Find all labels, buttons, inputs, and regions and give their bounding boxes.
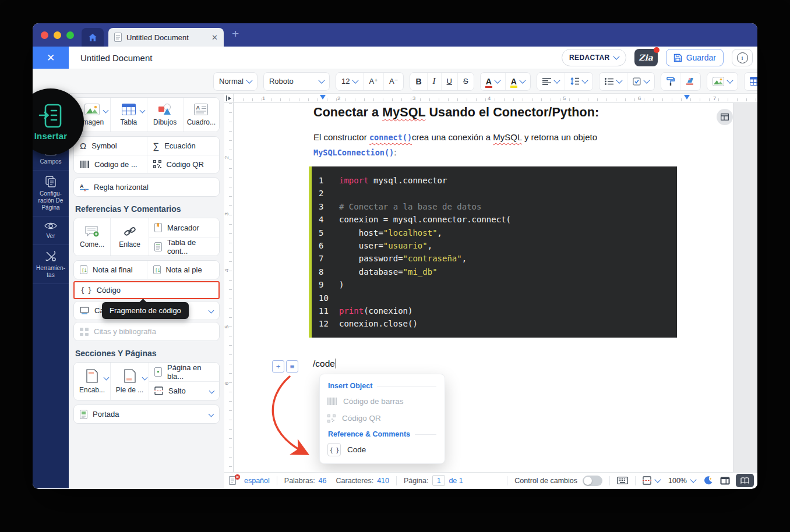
insert-footer-tile[interactable]: Pie de ... xyxy=(110,363,149,400)
cover-page-icon xyxy=(80,410,87,419)
document-tab[interactable]: Untitled Document ✕ xyxy=(108,28,224,47)
bold-button[interactable]: B xyxy=(410,73,426,90)
insert-bookmark-item[interactable]: Marcador xyxy=(149,218,219,237)
h-ruler[interactable]: 1234567 xyxy=(234,94,757,103)
format-painter-button[interactable] xyxy=(661,73,680,90)
strikethrough-button[interactable]: S xyxy=(457,73,474,90)
insert-code-item[interactable]: { } Código xyxy=(73,281,220,299)
chevron-down-icon[interactable] xyxy=(103,108,109,114)
checklist-dropdown[interactable] xyxy=(627,73,654,90)
decrease-font-button[interactable]: A⁻ xyxy=(383,73,404,90)
insert-toc-item[interactable]: Tabla de cont... xyxy=(149,237,219,256)
code-snippet-block[interactable]: 1import mysql.connector23# Conectar a la… xyxy=(309,166,677,338)
font-size-dropdown[interactable]: 12 xyxy=(336,73,363,90)
window-controls xyxy=(41,31,74,39)
svg-text:A: A xyxy=(84,189,86,191)
increase-font-button[interactable]: A⁺ xyxy=(363,73,383,90)
insert-header-tile[interactable]: Encab... xyxy=(74,363,110,400)
drag-block-icon[interactable]: ≡ xyxy=(286,360,298,373)
save-button[interactable]: Guardar xyxy=(666,49,724,66)
chevron-down-icon[interactable] xyxy=(209,308,214,314)
chevron-down-icon[interactable] xyxy=(139,108,145,114)
line-spacing-dropdown[interactable] xyxy=(565,73,592,90)
clear-format-button[interactable] xyxy=(680,73,700,90)
mode-dropdown[interactable]: REDACTAR xyxy=(562,49,626,66)
paragraph-style-dropdown[interactable]: Normal xyxy=(214,73,257,90)
insert-endnote-item[interactable]: [i] Nota al final xyxy=(74,261,147,279)
align-dropdown[interactable] xyxy=(537,73,565,90)
highlight-color-button[interactable]: A xyxy=(505,73,530,90)
sidebar-item-ver[interactable]: Ver xyxy=(33,216,69,244)
font-color-button[interactable]: A xyxy=(481,73,505,90)
insert-break-item[interactable]: Salto xyxy=(149,381,219,400)
zoom-window-button[interactable] xyxy=(66,31,74,39)
popup-item-code[interactable]: { } Code xyxy=(320,441,445,458)
reader-view-button[interactable] xyxy=(736,474,754,487)
close-panel-button[interactable]: ✕ xyxy=(33,47,69,69)
chevron-down-icon[interactable] xyxy=(142,375,148,381)
insert-barcode-item[interactable]: Código de ... xyxy=(74,155,147,173)
chevron-down-icon[interactable] xyxy=(104,375,110,381)
chevron-down-icon xyxy=(519,77,526,83)
zia-assistant-button[interactable]: Zia xyxy=(634,49,658,66)
insert-textbox-tile[interactable]: A Cuadro... xyxy=(183,98,219,132)
night-mode-icon[interactable] xyxy=(703,476,713,485)
spellcheck-off-icon[interactable] xyxy=(229,476,238,486)
chevron-down-icon[interactable] xyxy=(209,412,214,417)
words-label: Palabras: xyxy=(284,477,315,485)
page-layout-button[interactable] xyxy=(717,109,733,125)
language-selector[interactable]: español xyxy=(244,477,270,485)
insert-drawings-tile[interactable]: Dibujos xyxy=(147,98,183,132)
zoom-dropdown[interactable]: 100% xyxy=(668,477,696,485)
chevron-down-icon[interactable] xyxy=(209,388,215,394)
insert-table-tile[interactable]: Tabla xyxy=(110,98,146,132)
document-title[interactable]: Untitled Document xyxy=(80,53,152,63)
close-window-button[interactable] xyxy=(41,31,48,39)
indent-marker-left[interactable] xyxy=(320,95,326,100)
indent-marker-right[interactable] xyxy=(684,95,690,100)
slash-command-text[interactable]: /code xyxy=(313,359,336,369)
page-view-dropdown[interactable] xyxy=(643,476,660,485)
tab-stop-selector[interactable] xyxy=(224,94,234,103)
words-count[interactable]: 46 xyxy=(319,477,327,485)
insert-symbol-item[interactable]: Ω Symbol xyxy=(74,137,147,155)
sidebar-item-herramientas[interactable]: Herramien- tas xyxy=(33,244,69,284)
insert-qr-item[interactable]: Código QR xyxy=(147,155,220,173)
insert-comment-tile[interactable]: Come... xyxy=(74,218,110,256)
keyboard-shortcuts-icon[interactable] xyxy=(617,477,628,484)
insert-horizontal-rule-item[interactable]: AA Regla horizontal xyxy=(74,178,219,196)
page-total: de 1 xyxy=(449,477,463,485)
popup-group-title: Reference & Comments xyxy=(320,427,445,441)
eraser-icon xyxy=(686,77,695,86)
v-ruler[interactable]: 23456 xyxy=(224,103,234,472)
insert-footnote-item[interactable]: [i] Nota al pie xyxy=(147,261,220,279)
popup-group-title: Insert Object xyxy=(320,378,445,393)
add-block-icon[interactable]: + xyxy=(272,360,284,373)
chars-count[interactable]: 410 xyxy=(377,477,389,485)
font-family-dropdown[interactable]: Roboto xyxy=(264,73,329,90)
insert-blank-page-item[interactable]: Página en bla... xyxy=(149,363,219,381)
text-cursor xyxy=(336,359,337,368)
insert-image-dropdown[interactable] xyxy=(707,73,738,90)
home-tab[interactable] xyxy=(82,28,104,47)
insert-table-button[interactable] xyxy=(745,73,757,90)
insert-link-tile[interactable]: Enlace xyxy=(110,218,149,256)
chevron-down-icon xyxy=(613,53,619,59)
underline-button[interactable]: U xyxy=(441,73,457,90)
new-tab-button[interactable]: + xyxy=(232,27,239,41)
doc-heading-text[interactable]: Conectar a MySQL Usando el Conector/Pyth… xyxy=(313,105,599,120)
bullet-list-dropdown[interactable] xyxy=(599,73,627,90)
track-changes-toggle[interactable] xyxy=(583,476,602,486)
sidebar-item-page-setup[interactable]: Configu- ración De Página xyxy=(33,170,69,216)
page-number-input[interactable]: 1 xyxy=(432,475,445,486)
web-view-icon[interactable] xyxy=(720,477,730,485)
close-tab-icon[interactable]: ✕ xyxy=(211,33,218,42)
minimize-window-button[interactable] xyxy=(54,31,61,39)
italic-button[interactable]: I xyxy=(427,73,441,90)
document-icon xyxy=(114,33,122,42)
insert-cover-item[interactable]: Portada xyxy=(74,405,219,423)
tooltip: Fragmento de código xyxy=(102,302,189,319)
info-button[interactable]: i xyxy=(732,49,753,66)
doc-paragraph-text[interactable]: El constructor connect()crea una conexió… xyxy=(313,130,633,160)
insert-equation-item[interactable]: ∑ Ecuación xyxy=(147,137,220,155)
